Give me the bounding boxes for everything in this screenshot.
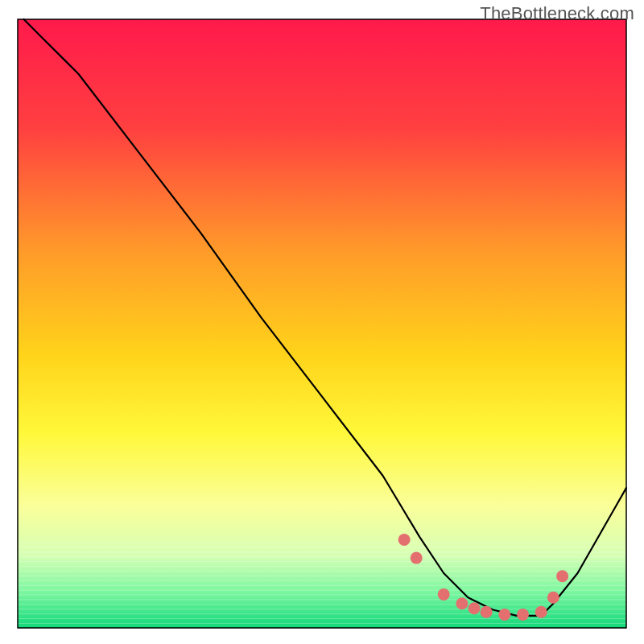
marker-point (556, 570, 568, 582)
marker-point (456, 597, 468, 609)
gradient-background (18, 19, 626, 628)
watermark-label: TheBottleneck.com (480, 3, 634, 24)
marker-point (535, 606, 547, 618)
chart-container: TheBottleneck.com (0, 0, 644, 644)
marker-point (398, 534, 411, 546)
marker-point (547, 592, 559, 604)
marker-point (411, 552, 423, 564)
marker-point (498, 609, 510, 621)
chart-svg (0, 0, 644, 644)
marker-point (438, 588, 450, 601)
marker-point (469, 602, 481, 614)
marker-point (517, 609, 529, 621)
marker-point (481, 606, 493, 618)
